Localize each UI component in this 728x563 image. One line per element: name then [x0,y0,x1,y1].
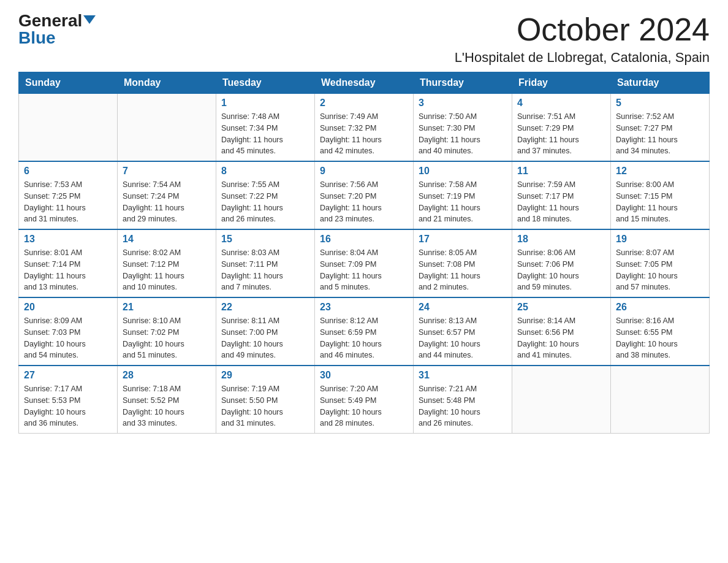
calendar-cell: 20Sunrise: 8:09 AMSunset: 7:03 PMDayligh… [19,297,118,366]
day-header-monday: Monday [118,72,216,94]
day-number: 20 [24,302,112,313]
calendar-cell: 5Sunrise: 7:52 AMSunset: 7:27 PMDaylight… [611,94,710,162]
day-info: Sunrise: 7:55 AMSunset: 7:22 PMDaylight:… [221,179,309,225]
calendar-cell: 28Sunrise: 7:18 AMSunset: 5:52 PMDayligh… [118,366,216,434]
day-info: Sunrise: 7:17 AMSunset: 5:53 PMDaylight:… [24,383,112,429]
calendar-cell: 2Sunrise: 7:49 AMSunset: 7:32 PMDaylight… [315,94,414,162]
calendar-cell: 11Sunrise: 7:59 AMSunset: 7:17 PMDayligh… [512,161,611,229]
day-number: 22 [221,302,309,313]
day-info: Sunrise: 8:04 AMSunset: 7:09 PMDaylight:… [320,247,408,293]
logo-arrow-icon [83,15,96,24]
day-number: 13 [24,234,112,245]
day-number: 1 [221,98,309,109]
calendar-cell: 22Sunrise: 8:11 AMSunset: 7:00 PMDayligh… [216,297,315,366]
day-info: Sunrise: 8:10 AMSunset: 7:02 PMDaylight:… [123,315,211,361]
day-info: Sunrise: 7:58 AMSunset: 7:19 PMDaylight:… [419,179,507,225]
day-number: 30 [320,370,408,381]
day-number: 5 [616,98,704,109]
month-title: October 2024 [455,12,710,47]
calendar-cell: 1Sunrise: 7:48 AMSunset: 7:34 PMDaylight… [216,94,315,162]
calendar-cell [611,366,710,434]
day-header-friday: Friday [512,72,611,94]
day-header-sunday: Sunday [19,72,118,94]
calendar-cell: 4Sunrise: 7:51 AMSunset: 7:29 PMDaylight… [512,94,611,162]
calendar-cell: 19Sunrise: 8:07 AMSunset: 7:05 PMDayligh… [611,229,710,297]
day-info: Sunrise: 7:56 AMSunset: 7:20 PMDaylight:… [320,179,408,225]
calendar-cell: 23Sunrise: 8:12 AMSunset: 6:59 PMDayligh… [315,297,414,366]
day-header-wednesday: Wednesday [315,72,414,94]
logo-blue-text: Blue [18,28,56,47]
day-number: 15 [221,234,309,245]
day-number: 2 [320,98,408,109]
day-number: 25 [517,302,605,313]
day-info: Sunrise: 7:21 AMSunset: 5:48 PMDaylight:… [419,383,507,429]
day-number: 7 [123,166,211,177]
day-info: Sunrise: 8:11 AMSunset: 7:00 PMDaylight:… [221,315,309,361]
day-header-tuesday: Tuesday [216,72,315,94]
day-info: Sunrise: 7:54 AMSunset: 7:24 PMDaylight:… [123,179,211,225]
day-number: 3 [419,98,507,109]
day-number: 23 [320,302,408,313]
calendar-cell [19,94,118,162]
day-info: Sunrise: 8:05 AMSunset: 7:08 PMDaylight:… [419,247,507,293]
day-info: Sunrise: 7:51 AMSunset: 7:29 PMDaylight:… [517,111,605,157]
calendar-cell: 8Sunrise: 7:55 AMSunset: 7:22 PMDaylight… [216,161,315,229]
title-block: October 2024 L'Hospitalet de Llobregat, … [455,12,710,66]
day-number: 16 [320,234,408,245]
day-header-saturday: Saturday [611,72,710,94]
calendar-cell: 24Sunrise: 8:13 AMSunset: 6:57 PMDayligh… [414,297,512,366]
day-number: 18 [517,234,605,245]
day-number: 24 [419,302,507,313]
calendar-cell: 14Sunrise: 8:02 AMSunset: 7:12 PMDayligh… [118,229,216,297]
day-info: Sunrise: 8:14 AMSunset: 6:56 PMDaylight:… [517,315,605,361]
day-info: Sunrise: 7:50 AMSunset: 7:30 PMDaylight:… [419,111,507,157]
calendar-cell: 26Sunrise: 8:16 AMSunset: 6:55 PMDayligh… [611,297,710,366]
calendar-table: SundayMondayTuesdayWednesdayThursdayFrid… [18,72,710,434]
calendar-cell: 31Sunrise: 7:21 AMSunset: 5:48 PMDayligh… [414,366,512,434]
day-number: 28 [123,370,211,381]
calendar-cell: 16Sunrise: 8:04 AMSunset: 7:09 PMDayligh… [315,229,414,297]
day-info: Sunrise: 8:01 AMSunset: 7:14 PMDaylight:… [24,247,112,293]
day-info: Sunrise: 8:16 AMSunset: 6:55 PMDaylight:… [616,315,704,361]
logo-general-text: General [18,12,82,29]
location-title: L'Hospitalet de Llobregat, Catalonia, Sp… [455,50,710,66]
calendar-week-row: 27Sunrise: 7:17 AMSunset: 5:53 PMDayligh… [19,366,710,434]
day-number: 14 [123,234,211,245]
day-number: 12 [616,166,704,177]
day-info: Sunrise: 8:03 AMSunset: 7:11 PMDaylight:… [221,247,309,293]
calendar-week-row: 13Sunrise: 8:01 AMSunset: 7:14 PMDayligh… [19,229,710,297]
calendar-cell [512,366,611,434]
day-info: Sunrise: 8:13 AMSunset: 6:57 PMDaylight:… [419,315,507,361]
day-number: 11 [517,166,605,177]
day-number: 29 [221,370,309,381]
day-number: 17 [419,234,507,245]
calendar-cell: 13Sunrise: 8:01 AMSunset: 7:14 PMDayligh… [19,229,118,297]
day-number: 6 [24,166,112,177]
calendar-cell: 6Sunrise: 7:53 AMSunset: 7:25 PMDaylight… [19,161,118,229]
calendar-week-row: 6Sunrise: 7:53 AMSunset: 7:25 PMDaylight… [19,161,710,229]
calendar-cell: 29Sunrise: 7:19 AMSunset: 5:50 PMDayligh… [216,366,315,434]
calendar-cell: 10Sunrise: 7:58 AMSunset: 7:19 PMDayligh… [414,161,512,229]
calendar-cell: 9Sunrise: 7:56 AMSunset: 7:20 PMDaylight… [315,161,414,229]
day-number: 8 [221,166,309,177]
calendar-cell: 17Sunrise: 8:05 AMSunset: 7:08 PMDayligh… [414,229,512,297]
day-info: Sunrise: 7:53 AMSunset: 7:25 PMDaylight:… [24,179,112,225]
calendar-header-row: SundayMondayTuesdayWednesdayThursdayFrid… [19,72,710,94]
day-info: Sunrise: 7:59 AMSunset: 7:17 PMDaylight:… [517,179,605,225]
day-info: Sunrise: 8:02 AMSunset: 7:12 PMDaylight:… [123,247,211,293]
day-info: Sunrise: 7:52 AMSunset: 7:27 PMDaylight:… [616,111,704,157]
day-info: Sunrise: 7:20 AMSunset: 5:49 PMDaylight:… [320,383,408,429]
day-number: 27 [24,370,112,381]
calendar-cell: 30Sunrise: 7:20 AMSunset: 5:49 PMDayligh… [315,366,414,434]
calendar-cell: 15Sunrise: 8:03 AMSunset: 7:11 PMDayligh… [216,229,315,297]
day-number: 19 [616,234,704,245]
day-info: Sunrise: 8:00 AMSunset: 7:15 PMDaylight:… [616,179,704,225]
day-info: Sunrise: 8:07 AMSunset: 7:05 PMDaylight:… [616,247,704,293]
day-header-thursday: Thursday [414,72,512,94]
calendar-cell: 7Sunrise: 7:54 AMSunset: 7:24 PMDaylight… [118,161,216,229]
day-info: Sunrise: 7:49 AMSunset: 7:32 PMDaylight:… [320,111,408,157]
day-info: Sunrise: 8:06 AMSunset: 7:06 PMDaylight:… [517,247,605,293]
day-info: Sunrise: 8:12 AMSunset: 6:59 PMDaylight:… [320,315,408,361]
calendar-cell: 3Sunrise: 7:50 AMSunset: 7:30 PMDaylight… [414,94,512,162]
calendar-cell [118,94,216,162]
